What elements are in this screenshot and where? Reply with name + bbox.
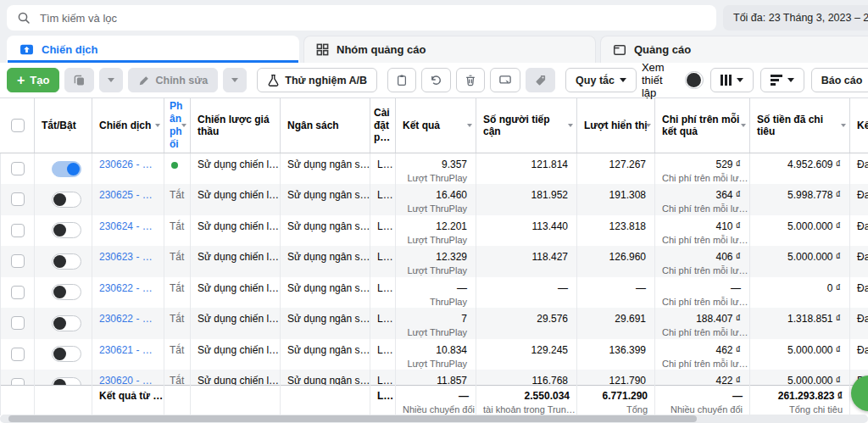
duplicate-button[interactable] (64, 68, 94, 92)
row-checkbox[interactable] (11, 286, 25, 299)
header-amount-spent[interactable]: Số tiền đã chi tiêu (750, 98, 850, 153)
attribution-cell: L… (370, 339, 396, 370)
header-result[interactable]: Kết quả (396, 98, 476, 153)
breakdown-button[interactable] (760, 68, 804, 92)
sort-caret-icon (181, 124, 186, 127)
summary-attribution: L… (370, 386, 396, 416)
row-toggle[interactable] (52, 284, 81, 300)
delete-button[interactable] (456, 68, 485, 92)
copy-icon (73, 74, 86, 86)
header-end[interactable]: Kết thúc (850, 98, 868, 153)
monitor-arrow-icon (498, 74, 512, 86)
preview-button[interactable] (490, 68, 520, 92)
campaigns-folder-icon (19, 42, 34, 57)
view-setup-toggle[interactable] (685, 71, 704, 89)
create-button[interactable]: + Tạo (7, 68, 59, 92)
scrollbar-thumb[interactable] (8, 415, 697, 422)
campaign-name-link[interactable]: 230622 - … (99, 313, 153, 325)
bid-strategy-cell: Sử dụng chiến l… (191, 215, 281, 247)
result-cell: 10.834Lượt ThruPlay (396, 339, 476, 370)
row-toggle[interactable] (52, 377, 81, 385)
campaign-name-link[interactable]: 230626 - … (99, 159, 153, 170)
header-cost-per-result[interactable]: Chi phí trên mỗi kết quả (655, 98, 750, 153)
summary-reach: 2.550.034tài khoản trong Trun… (476, 386, 577, 416)
undo-button[interactable] (421, 68, 451, 92)
ab-test-label: Thử nghiệm A/B (285, 75, 367, 86)
reach-cell: 29.576 (476, 308, 577, 339)
report-button[interactable]: Báo cáo (811, 68, 868, 92)
table-row: 230624 - … Tắt Sử dụng chiến l… Sử dụng … (1, 215, 868, 247)
horizontal-scrollbar[interactable] (0, 415, 868, 423)
tag-button[interactable] (526, 68, 555, 92)
toolbar-right-group: Xem thiết lập Báo cáo (642, 61, 868, 99)
result-cell: 11.857Lượt ThruPlay (396, 370, 476, 385)
row-checkbox[interactable] (11, 162, 25, 175)
header-campaign[interactable]: Chiến dịch (92, 98, 164, 153)
campaign-rows: 230626 - … Sử dụng chiến l… Sử dụng ngân… (1, 153, 868, 386)
summary-label: Kết quả từ … (92, 386, 164, 416)
row-checkbox[interactable] (11, 348, 25, 361)
campaign-name-link[interactable]: 230622 - … (99, 282, 153, 294)
row-toggle[interactable] (52, 222, 81, 238)
table-row: 230623 - … Tắt Sử dụng chiến l… Sử dụng … (1, 246, 868, 277)
chevron-down-icon (231, 78, 238, 82)
campaign-name-link[interactable]: 230621 - … (99, 344, 153, 356)
tab-campaigns[interactable]: Chiến dịch (7, 36, 299, 63)
row-checkbox[interactable] (11, 192, 25, 206)
header-settings[interactable]: Cài đặt p… (370, 98, 396, 153)
select-all-header[interactable] (1, 98, 35, 153)
tab-ads[interactable]: Quảng cáo (600, 36, 868, 63)
duplicate-more-button[interactable] (99, 68, 123, 92)
toggle-knob (67, 163, 80, 175)
amount-spent-cell: 1.318.851 ₫ (750, 308, 850, 339)
row-toggle[interactable] (52, 192, 81, 208)
cost-per-result-cell: 364 ₫Chi phí trên mỗi lư… (655, 184, 750, 215)
campaign-name-link[interactable]: 230624 - … (99, 220, 153, 232)
result-cell: 16.460Lượt ThruPlay (396, 184, 476, 215)
delivery-status: Tắt (164, 308, 191, 339)
header-budget[interactable]: Ngân sách (281, 98, 370, 153)
impressions-cell: 126.960 (577, 246, 655, 277)
row-checkbox[interactable] (11, 224, 25, 237)
edit-button[interactable]: Chỉnh sửa (128, 68, 218, 92)
cost-per-result-cell: 406 ₫Chi phí trên mỗi lư… (655, 246, 750, 277)
search-box[interactable] (7, 5, 716, 31)
date-range-picker[interactable]: Tối đa: 23 Tháng 3, 2023 – 26 Tháng 6, 2… (723, 5, 868, 31)
row-checkbox[interactable] (11, 378, 25, 385)
header-impressions[interactable]: Lượt hiển thị (577, 98, 655, 153)
search-input[interactable] (38, 11, 706, 25)
cost-per-result-cell: 410 ₫Chi phí trên mỗi lư… (655, 215, 750, 247)
campaign-name-link[interactable]: 230625 - … (99, 189, 153, 201)
result-cell: 12.201Lượt ThruPlay (396, 215, 476, 247)
cost-per-result-cell: 529 ₫Chi phí trên mỗi lư… (655, 153, 750, 185)
columns-button[interactable] (710, 68, 754, 92)
row-checkbox[interactable] (11, 254, 25, 268)
header-bid-strategy[interactable]: Chiến lược giá thầu (191, 98, 281, 153)
row-toggle[interactable] (52, 161, 81, 177)
ab-test-button[interactable]: Thử nghiệm A/B (257, 68, 377, 92)
adsets-grid-icon (316, 43, 329, 56)
campaign-name-link[interactable]: 230620 - … (99, 375, 153, 385)
breakdown-icon (771, 75, 782, 86)
tab-adsets-label: Nhóm quảng cáo (337, 43, 426, 56)
end-cell: Đa… (850, 153, 868, 185)
toggle-knob (53, 193, 66, 206)
pin-button[interactable] (387, 68, 416, 92)
end-cell: Đa… (850, 339, 868, 370)
delivery-status (164, 153, 191, 185)
header-delivery[interactable]: Phân phối (164, 98, 191, 153)
header-reach[interactable]: Số người tiếp cận (476, 98, 577, 153)
chevron-down-icon (108, 78, 114, 82)
select-all-checkbox[interactable] (11, 119, 25, 132)
row-toggle[interactable] (52, 346, 81, 362)
chevron-down-icon (737, 78, 743, 82)
chevron-down-icon (787, 78, 794, 82)
edit-button-label: Chỉnh sửa (155, 75, 208, 86)
rules-button[interactable]: Quy tắc (565, 68, 637, 92)
edit-more-button[interactable] (223, 68, 247, 92)
row-checkbox[interactable] (11, 316, 25, 330)
row-toggle[interactable] (52, 315, 81, 331)
row-toggle[interactable] (52, 253, 81, 270)
tab-adsets[interactable]: Nhóm quảng cáo (303, 36, 596, 63)
campaign-name-link[interactable]: 230623 - … (99, 251, 153, 263)
